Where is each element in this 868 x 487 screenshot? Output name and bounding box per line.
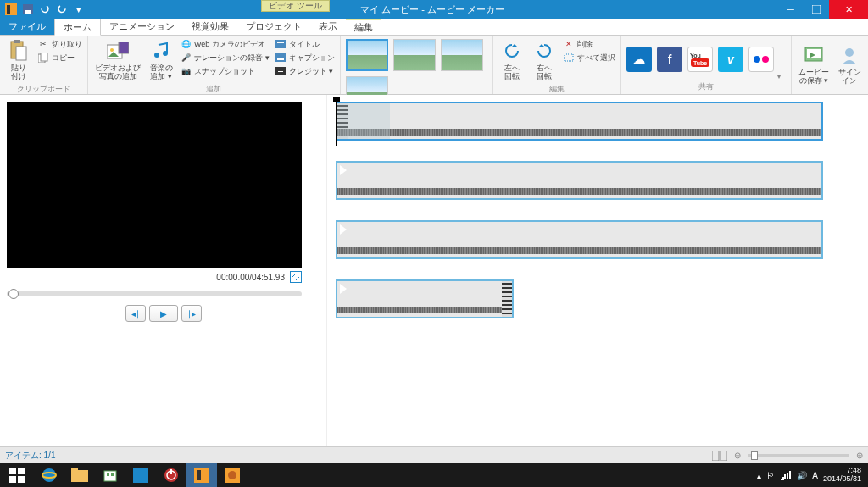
- signin-button[interactable]: サインイン: [834, 37, 865, 91]
- camera-icon: 📷: [180, 65, 192, 77]
- tray-ime-indicator[interactable]: A: [812, 471, 818, 480]
- svg-rect-41: [104, 471, 116, 481]
- taskbar-app2-icon[interactable]: [217, 463, 248, 487]
- delete-button[interactable]: ✕削除: [561, 37, 617, 51]
- share-flickr-button[interactable]: [748, 47, 774, 72]
- tab-edit[interactable]: 編集: [346, 19, 381, 35]
- taskbar-ie-icon[interactable]: [34, 463, 64, 487]
- svg-point-51: [228, 471, 236, 479]
- svg-rect-39: [71, 470, 88, 482]
- tab-project[interactable]: プロジェクト: [237, 19, 310, 35]
- seek-thumb[interactable]: [8, 289, 19, 299]
- svg-rect-9: [41, 53, 47, 61]
- svg-rect-7: [16, 47, 26, 60]
- next-frame-button[interactable]: ∣▸: [181, 305, 202, 322]
- taskbar-moviemaker-icon[interactable]: [186, 463, 217, 487]
- rotate-left-button[interactable]: 左へ 回転: [497, 37, 527, 83]
- timeline-clip[interactable]: [336, 161, 823, 200]
- fullscreen-icon[interactable]: [290, 271, 302, 283]
- copy-button[interactable]: コピー: [36, 51, 84, 64]
- share-group-label: 共有: [625, 80, 787, 92]
- share-onedrive-button[interactable]: ☁: [626, 47, 652, 72]
- zoom-thumb[interactable]: [751, 451, 758, 460]
- title-icon: [275, 38, 287, 50]
- share-vimeo-button[interactable]: v: [718, 47, 743, 72]
- tray-action-center-icon[interactable]: 🏳: [766, 471, 775, 480]
- view-toggle-icon[interactable]: [712, 451, 727, 461]
- status-item-count: アイテム: 1/1: [5, 450, 55, 462]
- system-tray: ▴ 🏳 🔊 A 7:48 2014/05/31: [757, 467, 868, 484]
- maximize-button[interactable]: [804, 0, 829, 19]
- narration-button[interactable]: 🎤ナレーションの録音 ▾: [178, 51, 271, 64]
- paste-button[interactable]: 貼り 付け: [3, 37, 34, 83]
- music-icon: [149, 39, 173, 63]
- share-gallery-more-icon[interactable]: ▾: [777, 73, 787, 80]
- credit-icon: [275, 65, 287, 77]
- share-facebook-button[interactable]: f: [657, 47, 682, 72]
- svg-rect-36: [18, 476, 25, 483]
- zoom-slider[interactable]: [748, 454, 849, 457]
- snapshot-label: スナップショット: [194, 66, 255, 77]
- tab-file[interactable]: ファイル: [0, 19, 54, 35]
- webcam-button[interactable]: 🌐Web カメラのビデオ: [178, 37, 271, 51]
- play-button[interactable]: ▶: [149, 305, 178, 322]
- status-right: ⊖ ⊕: [712, 451, 863, 461]
- app-icon[interactable]: [3, 2, 19, 17]
- tray-network-icon[interactable]: [780, 470, 792, 480]
- tab-view[interactable]: 表示: [310, 19, 346, 35]
- rotate-right-icon: [532, 39, 556, 63]
- timeline-clip[interactable]: [336, 279, 514, 318]
- tray-volume-icon[interactable]: 🔊: [797, 471, 807, 480]
- timeline-clip[interactable]: [336, 220, 823, 259]
- minimize-button[interactable]: ─: [778, 0, 804, 19]
- cut-label: 切り取り: [52, 39, 82, 50]
- tray-up-icon[interactable]: ▴: [757, 471, 761, 480]
- save-icon[interactable]: [20, 2, 36, 17]
- statusbar: アイテム: 1/1 ⊖ ⊕: [0, 446, 868, 463]
- zoom-out-button[interactable]: ⊖: [734, 451, 741, 460]
- close-button[interactable]: ✕: [829, 0, 868, 19]
- rotate-left-icon: [500, 39, 524, 63]
- tab-animation[interactable]: アニメーション: [101, 19, 183, 35]
- save-movie-button[interactable]: ムービー の保存 ▾: [795, 37, 832, 91]
- add-group-label: 追加: [92, 83, 337, 95]
- svg-rect-48: [194, 468, 209, 483]
- theme-thumb-1[interactable]: [346, 39, 388, 71]
- qat-dropdown-icon[interactable]: ▾: [71, 2, 86, 17]
- tray-clock[interactable]: 7:48 2014/05/31: [823, 467, 861, 484]
- mic-icon: 🎤: [180, 52, 192, 64]
- credit-button[interactable]: クレジット ▾: [273, 64, 337, 78]
- theme-thumb-2[interactable]: [393, 39, 436, 71]
- seek-slider[interactable]: [7, 291, 302, 296]
- title-button[interactable]: タイトル: [273, 37, 337, 51]
- webcam-icon: 🌐: [180, 38, 192, 50]
- undo-icon[interactable]: [37, 2, 53, 17]
- video-preview[interactable]: [7, 102, 302, 268]
- timeline-pane[interactable]: [326, 95, 868, 446]
- snapshot-button[interactable]: 📷スナップショット: [178, 64, 271, 78]
- ribbon-group-share: ☁ f YouTube v ▾ 共有: [621, 36, 792, 94]
- add-music-button[interactable]: 音楽の 追加 ▾: [146, 37, 176, 83]
- caption-button[interactable]: キャプション: [273, 51, 337, 64]
- prev-frame-button[interactable]: ◂∣: [125, 305, 146, 322]
- taskbar-explorer-icon[interactable]: [64, 463, 95, 487]
- copy-label: コピー: [52, 53, 75, 64]
- start-button[interactable]: [0, 463, 34, 487]
- select-all-button[interactable]: すべて選択: [561, 51, 617, 64]
- tab-home[interactable]: ホーム: [54, 19, 101, 36]
- taskbar-app-icon[interactable]: [125, 463, 156, 487]
- zoom-in-button[interactable]: ⊕: [856, 451, 863, 460]
- taskbar-power-icon[interactable]: [156, 463, 186, 487]
- redo-icon[interactable]: [54, 2, 70, 17]
- add-video-photo-button[interactable]: ビデオおよび 写真の追加: [92, 37, 144, 83]
- svg-rect-31: [712, 451, 719, 461]
- tab-visual-effects[interactable]: 視覚効果: [183, 19, 237, 35]
- rotate-right-button[interactable]: 右へ 回転: [529, 37, 559, 83]
- theme-thumb-3[interactable]: [441, 39, 483, 71]
- cut-button[interactable]: ✂切り取り: [36, 37, 84, 51]
- taskbar-store-icon[interactable]: [95, 463, 125, 487]
- share-youtube-button[interactable]: YouTube: [687, 47, 713, 72]
- svg-rect-40: [71, 468, 78, 472]
- credit-label: クレジット ▾: [289, 66, 334, 77]
- timeline-clip[interactable]: [336, 102, 823, 141]
